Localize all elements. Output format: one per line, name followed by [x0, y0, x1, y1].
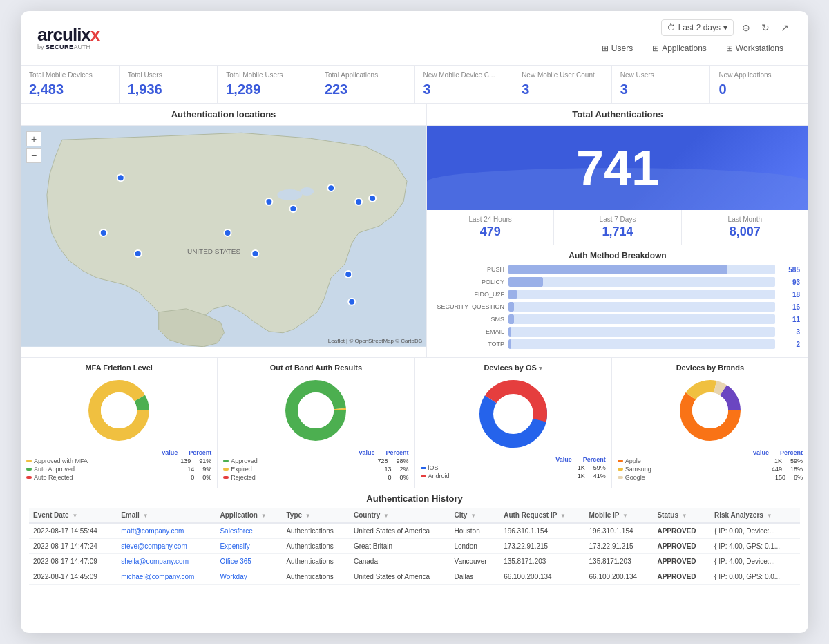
- right-panel: Total Authentications 741 Last 24 Hours …: [427, 104, 808, 357]
- method-bar-container: [508, 314, 775, 324]
- cell-date: 2022-08-17 14:45:09: [29, 569, 117, 585]
- out-of-band-legend-headers: ValuePercent: [223, 449, 408, 456]
- stat-total-users: Total Users 1,936: [120, 66, 218, 103]
- auth-last24h: Last 24 Hours 479: [427, 210, 554, 245]
- filter-icon[interactable]: ▼: [767, 513, 772, 519]
- table-row: 2022-08-17 14:45:09 michael@company.com …: [29, 569, 800, 585]
- stat-label: New Users: [620, 71, 702, 79]
- col-auth-ip: Auth Request IP ▼: [499, 508, 584, 523]
- nav-workstations[interactable]: ⊞ Workstations: [718, 40, 792, 57]
- filter-icon[interactable]: ▼: [143, 513, 149, 519]
- filter-icon[interactable]: ▼: [682, 513, 687, 519]
- stat-label: Total Mobile Devices: [29, 71, 111, 79]
- filter-icon[interactable]: ▼: [560, 513, 566, 519]
- method-bar-fill: [508, 265, 727, 274]
- cell-auth-ip: 66.100.200.134: [499, 569, 584, 585]
- auth-last7d: Last 7 Days 1,714: [554, 210, 681, 245]
- stat-value: 1,936: [128, 82, 209, 97]
- cell-mobile-ip: 66.100.200.134: [585, 569, 654, 585]
- svg-point-1: [277, 189, 302, 200]
- cell-city: Houston: [450, 523, 500, 539]
- filter-icon[interactable]: ▼: [72, 513, 77, 519]
- cell-city: London: [450, 539, 500, 554]
- col-risk: Risk Analyzers ▼: [710, 508, 800, 523]
- cell-city: Dallas: [450, 569, 500, 585]
- stat-value: 1,289: [226, 82, 307, 97]
- method-label: SECURITY_QUESTION: [435, 303, 504, 310]
- nav-users-label: Users: [611, 44, 633, 53]
- stat-value: 0: [718, 82, 800, 97]
- left-panel: Authentication locations UNITED STATES: [21, 104, 427, 357]
- out-of-band-card: Out of Band Auth Results ValuePercent Ap…: [218, 358, 414, 488]
- auth-history-table: Event Date ▼ Email ▼ Application ▼ Type …: [29, 508, 800, 585]
- filter-icon[interactable]: ▼: [261, 513, 267, 519]
- method-value: 18: [779, 291, 800, 299]
- filter-icon[interactable]: ▼: [622, 513, 628, 519]
- svg-point-2: [300, 187, 314, 196]
- mfa-legend: Approved with MFA 13991% Auto Approved 1…: [26, 457, 211, 481]
- table-head: Event Date ▼ Email ▼ Application ▼ Type …: [29, 508, 800, 523]
- settings-icon[interactable]: ↗: [778, 19, 792, 36]
- col-city: City ▼: [450, 508, 500, 523]
- clock-icon: ⏱: [667, 23, 676, 32]
- method-bar-container: [508, 302, 775, 312]
- cell-country: Canada: [350, 554, 450, 569]
- cell-mobile-ip: 173.22.91.215: [585, 539, 654, 554]
- devices-brands-card: Devices by Brands ValuePercent Apple 1K5…: [612, 358, 808, 488]
- method-bar-remainder: [514, 302, 775, 312]
- method-bar-remainder: [543, 277, 775, 287]
- method-value: 3: [779, 328, 800, 336]
- zoom-in-button[interactable]: +: [26, 131, 41, 146]
- svg-point-10: [355, 198, 362, 205]
- cell-mobile-ip: 135.8171.203: [585, 554, 654, 569]
- stat-value: 3: [522, 82, 603, 97]
- svg-point-12: [345, 271, 352, 278]
- col-country: Country ▼: [350, 508, 450, 523]
- method-bar-remainder: [514, 314, 775, 324]
- cell-app: Workday: [216, 569, 282, 585]
- filter-icon[interactable]: ▼: [383, 513, 389, 519]
- legend-row: Expired 132%: [223, 466, 408, 473]
- col-email: Email ▼: [117, 508, 216, 523]
- nav-applications[interactable]: ⊞ Applications: [644, 40, 715, 57]
- map-container: UNITED STATES + −: [21, 126, 426, 347]
- zoom-out-icon[interactable]: ⊖: [739, 19, 753, 36]
- col-mobile-ip: Mobile IP ▼: [585, 508, 654, 523]
- cell-risk: { IP: 0.00, GPS: 0.0...: [710, 569, 800, 585]
- zoom-out-button[interactable]: −: [26, 148, 41, 163]
- filter-icon[interactable]: ▼: [470, 513, 476, 519]
- svg-point-14: [224, 229, 231, 236]
- method-row: FIDO_U2F 18: [435, 290, 800, 299]
- legend-row: Rejected 00%: [223, 474, 408, 481]
- method-bar-segments: [508, 265, 775, 274]
- cell-risk: { IP: 4.00, Device:...: [710, 554, 800, 569]
- method-bar-container: [508, 290, 775, 299]
- stat-total-mobile-users: Total Mobile Users 1,289: [218, 66, 316, 103]
- nav-users[interactable]: ⊞ Users: [593, 40, 641, 57]
- method-bar-remainder: [517, 290, 775, 299]
- cell-country: United States of America: [350, 569, 450, 585]
- col-type: Type ▼: [282, 508, 350, 523]
- stat-label: New Mobile User Count: [522, 71, 603, 79]
- cell-country: United States of America: [350, 523, 450, 539]
- devices-brands-donut: [618, 376, 803, 445]
- method-label: POLICY: [435, 278, 504, 285]
- refresh-icon[interactable]: ↻: [759, 19, 772, 36]
- method-value: 2: [779, 341, 800, 348]
- stat-total-applications: Total Applications 223: [316, 66, 415, 103]
- legend-row: Samsung 44918%: [618, 466, 803, 473]
- stat-new-mobile-device: New Mobile Device C... 3: [415, 66, 514, 103]
- filter-icon[interactable]: ▼: [305, 513, 311, 519]
- stat-label: Total Users: [128, 71, 209, 79]
- stat-label: Total Mobile Users: [226, 71, 307, 79]
- method-bar-segments: [508, 339, 775, 349]
- legend-row: Auto Approved 149%: [26, 466, 211, 473]
- cell-auth-ip: 135.8171.203: [499, 554, 584, 569]
- method-label: PUSH: [435, 266, 504, 273]
- svg-point-8: [289, 205, 296, 212]
- method-label: FIDO_U2F: [435, 291, 504, 298]
- svg-point-6: [135, 250, 142, 257]
- col-application: Application ▼: [216, 508, 282, 523]
- time-picker[interactable]: ⏱ Last 2 days ▾: [661, 19, 734, 36]
- legend-row: Apple 1K59%: [618, 457, 803, 464]
